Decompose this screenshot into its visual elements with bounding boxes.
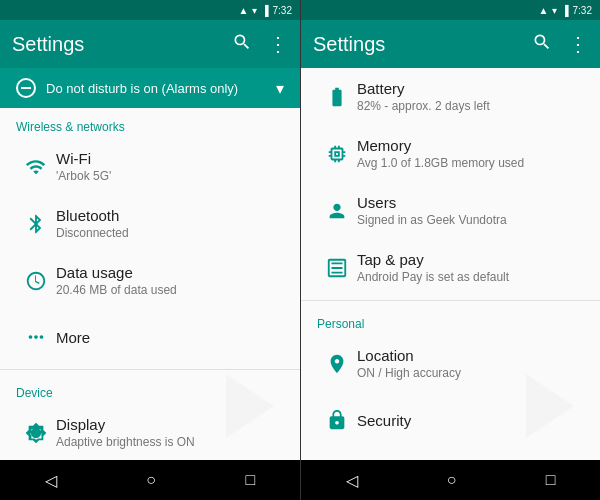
- users-text: Users Signed in as Geek Vundotra: [357, 194, 584, 227]
- left-settings-list: Wireless & networks Wi-Fi 'Arbok 5G' Blu…: [0, 108, 300, 460]
- tap-pay-text: Tap & pay Android Pay is set as default: [357, 251, 584, 284]
- users-item[interactable]: Users Signed in as Geek Vundotra: [301, 182, 600, 239]
- wireless-section-label: Wireless & networks: [0, 108, 300, 138]
- left-time: 7:32: [273, 5, 292, 16]
- data-usage-item[interactable]: Data usage 20.46 MB of data used: [0, 252, 300, 309]
- memory-item[interactable]: Memory Avg 1.0 of 1.8GB memory used: [301, 125, 600, 182]
- left-more-icon[interactable]: ⋮: [268, 32, 288, 56]
- right-recent-btn[interactable]: □: [530, 463, 572, 497]
- left-home-btn[interactable]: ○: [130, 463, 172, 497]
- dnd-icon: [16, 78, 36, 98]
- location-icon: [317, 353, 357, 375]
- users-icon: [317, 200, 357, 222]
- location-item[interactable]: Location ON / High accuracy: [301, 335, 600, 392]
- dnd-bar[interactable]: Do not disturb is on (Alarms only) ▾: [0, 68, 300, 108]
- display-item[interactable]: Display Adaptive brightness is ON: [0, 404, 300, 460]
- security-title: Security: [357, 412, 584, 429]
- dnd-arrow: ▾: [276, 79, 284, 98]
- bluetooth-subtitle: Disconnected: [56, 226, 284, 240]
- wifi-icon: [16, 156, 56, 178]
- wifi-item[interactable]: Wi-Fi 'Arbok 5G': [0, 138, 300, 195]
- location-title: Location: [357, 347, 584, 364]
- right-toolbar-icons: ⋮: [532, 32, 588, 57]
- device-section-label: Device: [0, 374, 300, 404]
- left-status-bar: ▲ ▾ ▐ 7:32: [0, 0, 300, 20]
- users-subtitle: Signed in as Geek Vundotra: [357, 213, 584, 227]
- more-text: More: [56, 329, 284, 346]
- wifi-title: Wi-Fi: [56, 150, 284, 167]
- right-toolbar-title: Settings: [313, 33, 532, 56]
- left-signal-icon: ▲: [239, 5, 249, 16]
- right-battery-icon: ▐: [561, 5, 568, 16]
- bluetooth-text: Bluetooth Disconnected: [56, 207, 284, 240]
- wifi-subtitle: 'Arbok 5G': [56, 169, 284, 183]
- more-title: More: [56, 329, 284, 346]
- left-back-btn[interactable]: ◁: [29, 463, 73, 498]
- left-nav-bar: ◁ ○ □: [0, 460, 300, 500]
- data-usage-subtitle: 20.46 MB of data used: [56, 283, 284, 297]
- data-usage-icon: [16, 270, 56, 292]
- left-wifi-icon: ▾: [252, 5, 257, 16]
- right-signal-icon: ▲: [539, 5, 549, 16]
- left-panel: ▲ ▾ ▐ 7:32 Settings ⋮ Do not disturb is …: [0, 0, 300, 500]
- battery-icon: [317, 86, 357, 108]
- left-search-icon[interactable]: [232, 32, 252, 57]
- battery-subtitle: 82% - approx. 2 days left: [357, 99, 584, 113]
- location-subtitle: ON / High accuracy: [357, 366, 584, 380]
- right-nav-bar: ◁ ○ □: [301, 460, 600, 500]
- right-status-bar: ▲ ▾ ▐ 7:32: [301, 0, 600, 20]
- right-toolbar: Settings ⋮: [301, 20, 600, 68]
- right-back-btn[interactable]: ◁: [330, 463, 374, 498]
- data-usage-title: Data usage: [56, 264, 284, 281]
- divider-1: [0, 369, 300, 370]
- memory-icon: [317, 143, 357, 165]
- right-more-icon[interactable]: ⋮: [568, 32, 588, 56]
- left-toolbar-title: Settings: [12, 33, 232, 56]
- battery-item[interactable]: Battery 82% - approx. 2 days left: [301, 68, 600, 125]
- tap-pay-item[interactable]: Tap & pay Android Pay is set as default: [301, 239, 600, 296]
- left-toolbar-icons: ⋮: [232, 32, 288, 57]
- battery-title: Battery: [357, 80, 584, 97]
- memory-title: Memory: [357, 137, 584, 154]
- wifi-text: Wi-Fi 'Arbok 5G': [56, 150, 284, 183]
- tap-pay-subtitle: Android Pay is set as default: [357, 270, 584, 284]
- right-panel: ▲ ▾ ▐ 7:32 Settings ⋮ Battery 82% - appr…: [300, 0, 600, 500]
- right-divider: [301, 300, 600, 301]
- location-text: Location ON / High accuracy: [357, 347, 584, 380]
- left-battery-icon: ▐: [261, 5, 268, 16]
- more-item[interactable]: More: [0, 309, 300, 365]
- right-time: 7:32: [573, 5, 592, 16]
- users-title: Users: [357, 194, 584, 211]
- personal-section-label: Personal: [301, 305, 600, 335]
- left-recent-btn[interactable]: □: [230, 463, 272, 497]
- more-icon: [16, 326, 56, 348]
- right-settings-list: Battery 82% - approx. 2 days left Memory…: [301, 68, 600, 460]
- memory-subtitle: Avg 1.0 of 1.8GB memory used: [357, 156, 584, 170]
- data-usage-text: Data usage 20.46 MB of data used: [56, 264, 284, 297]
- right-wifi-icon: ▾: [552, 5, 557, 16]
- tap-pay-icon: [317, 257, 357, 279]
- tap-pay-title: Tap & pay: [357, 251, 584, 268]
- display-subtitle: Adaptive brightness is ON: [56, 435, 284, 449]
- display-title: Display: [56, 416, 284, 433]
- right-search-icon[interactable]: [532, 32, 552, 57]
- accounts-item[interactable]: Accounts: [301, 448, 600, 460]
- security-icon: [317, 409, 357, 431]
- right-home-btn[interactable]: ○: [431, 463, 473, 497]
- battery-text: Battery 82% - approx. 2 days left: [357, 80, 584, 113]
- dnd-text: Do not disturb is on (Alarms only): [46, 81, 266, 96]
- left-toolbar: Settings ⋮: [0, 20, 300, 68]
- bluetooth-item[interactable]: Bluetooth Disconnected: [0, 195, 300, 252]
- security-item[interactable]: Security: [301, 392, 600, 448]
- display-text: Display Adaptive brightness is ON: [56, 416, 284, 449]
- bluetooth-title: Bluetooth: [56, 207, 284, 224]
- display-icon: [16, 422, 56, 444]
- memory-text: Memory Avg 1.0 of 1.8GB memory used: [357, 137, 584, 170]
- bluetooth-icon: [16, 213, 56, 235]
- security-text: Security: [357, 412, 584, 429]
